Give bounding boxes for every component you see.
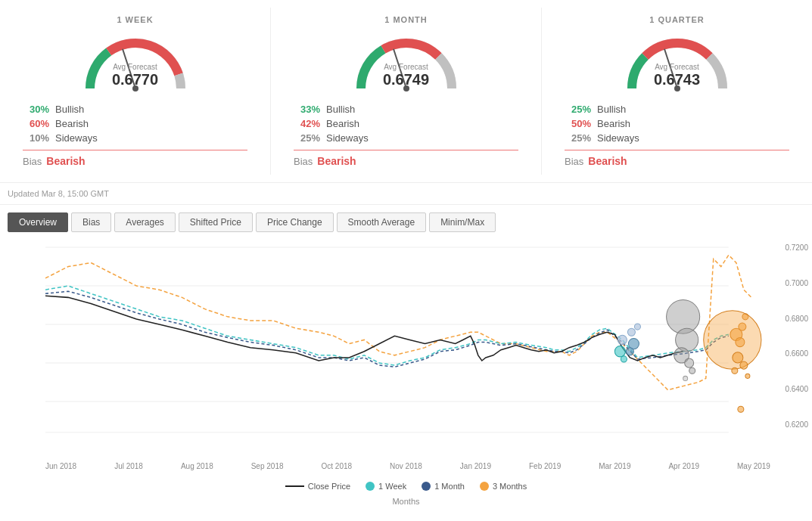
stats-table-quarter: 25% Bullish 50% Bearish 25% Sideways Bia… bbox=[557, 102, 797, 167]
tab-overview[interactable]: Overview bbox=[8, 212, 68, 232]
bear-label-week: Bearish bbox=[55, 118, 89, 129]
gauge-month: Avg Forecast 0.6749 bbox=[346, 28, 467, 92]
side-label-week: Sideways bbox=[55, 132, 98, 144]
tab-bias[interactable]: Bias bbox=[71, 212, 111, 232]
x-label-feb2019: Feb 2019 bbox=[529, 462, 561, 470]
y-label-6: 0.6200 bbox=[785, 420, 808, 429]
gauge-quarter: Avg Forecast 0.6743 bbox=[617, 28, 738, 92]
svg-point-32 bbox=[732, 367, 738, 374]
gauge-label-quarter: Avg Forecast 0.6743 bbox=[654, 63, 700, 88]
gauge-week: Avg Forecast 0.6770 bbox=[75, 28, 196, 92]
svg-point-24 bbox=[683, 376, 688, 380]
svg-point-31 bbox=[740, 361, 748, 369]
avg-value-quarter: 0.6743 bbox=[654, 71, 700, 88]
svg-point-33 bbox=[745, 374, 750, 378]
avg-text-quarter: Avg Forecast bbox=[654, 63, 700, 71]
y-label-1: 0.7200 bbox=[785, 243, 808, 252]
tab-shifted-price[interactable]: Shifted Price bbox=[179, 212, 253, 232]
panel-title-month: 1 MONTH bbox=[384, 15, 428, 24]
avg-value-week: 0.6770 bbox=[112, 71, 158, 88]
avg-value-month: 0.6749 bbox=[383, 71, 429, 88]
forecast-panel-quarter: 1 QUARTER Avg Forecast 0.6743 bbox=[542, 8, 812, 175]
bias-text-quarter: Bias bbox=[565, 156, 583, 167]
x-label-jan2019: Jan 2019 bbox=[460, 462, 491, 470]
bear-row-week: 60% Bearish bbox=[23, 116, 247, 131]
x-label-may2019: May 2019 bbox=[737, 462, 770, 470]
legend-dot-3months bbox=[480, 482, 489, 491]
chart-area: 0.7200 0.7000 0.6800 0.6600 0.6400 0.620… bbox=[0, 236, 812, 478]
bear-pct-week: 60% bbox=[23, 118, 49, 129]
legend-label-month: 1 Month bbox=[434, 482, 465, 491]
bull-row-quarter: 25% Bullish bbox=[565, 102, 789, 116]
bear-label-month: Bearish bbox=[326, 118, 359, 129]
side-row-week: 10% Sideways bbox=[23, 131, 247, 145]
svg-point-23 bbox=[689, 367, 695, 374]
legend-label-3months: 3 Months bbox=[493, 482, 527, 491]
avg-text-week: Avg Forecast bbox=[112, 63, 158, 71]
forecast-panel-month: 1 MONTH Avg Forecast 0.6749 bbox=[271, 8, 542, 175]
main-chart bbox=[45, 243, 770, 440]
side-label-month: Sideways bbox=[326, 132, 369, 144]
legend-1month: 1 Month bbox=[422, 482, 465, 491]
svg-point-16 bbox=[626, 348, 633, 355]
bear-pct-month: 42% bbox=[294, 118, 320, 129]
y-label-2: 0.7000 bbox=[785, 279, 808, 287]
tab-minim-max[interactable]: Minim/Max bbox=[429, 212, 496, 232]
svg-point-14 bbox=[634, 324, 640, 330]
legend-3months: 3 Months bbox=[480, 482, 527, 491]
updated-timestamp: Updated Mar 8, 15:00 GMT bbox=[0, 183, 812, 205]
side-pct-quarter: 25% bbox=[565, 132, 591, 144]
legend-1week: 1 Week bbox=[366, 482, 406, 491]
side-row-quarter: 25% Sideways bbox=[565, 131, 789, 145]
avg-text-month: Avg Forecast bbox=[383, 63, 429, 71]
bias-value-month: Bearish bbox=[317, 155, 356, 167]
y-label-3: 0.6800 bbox=[785, 315, 808, 323]
side-pct-week: 10% bbox=[23, 132, 49, 144]
bull-label-week: Bullish bbox=[55, 104, 84, 115]
bull-row-week: 30% Bullish bbox=[23, 102, 247, 116]
x-label-sep2018: Sep 2018 bbox=[251, 462, 284, 470]
x-label-mar2019: Mar 2019 bbox=[599, 462, 630, 470]
side-label-quarter: Sideways bbox=[597, 132, 639, 144]
tab-price-change[interactable]: Price Change bbox=[256, 212, 334, 232]
y-label-5: 0.6400 bbox=[785, 385, 808, 393]
bear-row-quarter: 50% Bearish bbox=[565, 116, 789, 131]
tab-bar: OverviewBiasAveragesShifted PricePrice C… bbox=[0, 205, 812, 232]
bull-pct-week: 30% bbox=[23, 104, 49, 115]
tab-averages[interactable]: Averages bbox=[114, 212, 175, 232]
svg-point-22 bbox=[685, 358, 694, 367]
svg-point-34 bbox=[738, 406, 744, 412]
legend-label-close: Close Price bbox=[308, 482, 350, 491]
legend-dot-week bbox=[366, 482, 375, 491]
panel-title-week: 1 WEEK bbox=[117, 15, 153, 24]
side-pct-month: 25% bbox=[294, 132, 320, 144]
svg-point-18 bbox=[621, 356, 627, 362]
forecast-panel-week: 1 WEEK Avg Forecast 0.6770 bbox=[0, 8, 271, 175]
svg-point-29 bbox=[704, 311, 761, 369]
legend-dot-month bbox=[422, 482, 431, 491]
stats-table-month: 33% Bullish 42% Bearish 25% Sideways Bia… bbox=[286, 102, 526, 167]
x-label-nov2018: Nov 2018 bbox=[390, 462, 422, 470]
x-label-oct2018: Oct 2018 bbox=[322, 462, 353, 470]
bias-row-week: Bias Bearish bbox=[23, 155, 247, 167]
gauge-label-month: Avg Forecast 0.6749 bbox=[383, 63, 429, 88]
stats-table-week: 30% Bullish 60% Bearish 10% Sideways Bia… bbox=[15, 102, 255, 167]
svg-point-30 bbox=[733, 352, 743, 363]
legend-line-close bbox=[285, 485, 304, 487]
bias-row-month: Bias Bearish bbox=[294, 155, 518, 167]
bull-pct-quarter: 25% bbox=[565, 104, 591, 115]
stats-divider-quarter bbox=[565, 150, 789, 150]
side-row-month: 25% Sideways bbox=[294, 131, 518, 145]
x-label-apr2019: Apr 2019 bbox=[668, 462, 699, 470]
bear-row-month: 42% Bearish bbox=[294, 116, 518, 131]
bear-pct-quarter: 50% bbox=[565, 118, 591, 129]
x-label-aug2018: Aug 2018 bbox=[181, 462, 213, 470]
tab-smooth-average[interactable]: Smooth Average bbox=[337, 212, 427, 232]
bear-label-quarter: Bearish bbox=[597, 118, 630, 129]
gauge-label-week: Avg Forecast 0.6770 bbox=[112, 63, 158, 88]
panel-title-quarter: 1 QUARTER bbox=[649, 15, 705, 24]
x-label-jun2018: Jun 2018 bbox=[45, 462, 76, 470]
stats-divider-month bbox=[294, 150, 518, 150]
months-label: Months bbox=[0, 497, 812, 506]
y-label-4: 0.6600 bbox=[785, 349, 808, 358]
